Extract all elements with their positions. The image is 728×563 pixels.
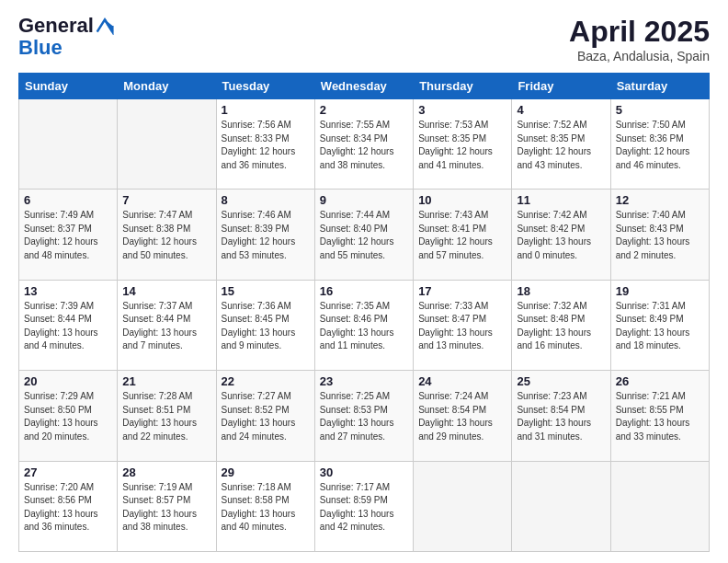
header-wednesday: Wednesday	[314, 74, 413, 99]
cell-info: Sunrise: 7:23 AM Sunset: 8:54 PM Dayligh…	[517, 390, 605, 443]
calendar-week-1: 6Sunrise: 7:49 AM Sunset: 8:37 PM Daylig…	[19, 190, 710, 280]
cell-info: Sunrise: 7:56 AM Sunset: 8:33 PM Dayligh…	[222, 119, 310, 172]
day-number: 5	[616, 103, 704, 117]
calendar-week-0: 1Sunrise: 7:56 AM Sunset: 8:33 PM Daylig…	[19, 99, 710, 190]
calendar-cell	[19, 99, 118, 190]
day-number: 4	[517, 103, 605, 117]
title-block: April 2025 Baza, Andalusia, Spain	[569, 15, 710, 63]
day-number: 14	[122, 284, 210, 298]
day-number: 13	[24, 284, 112, 298]
cell-info: Sunrise: 7:24 AM Sunset: 8:54 PM Dayligh…	[418, 390, 506, 443]
cell-info: Sunrise: 7:27 AM Sunset: 8:52 PM Dayligh…	[222, 390, 310, 443]
calendar-cell: 19Sunrise: 7:31 AM Sunset: 8:49 PM Dayli…	[610, 280, 709, 370]
cell-info: Sunrise: 7:17 AM Sunset: 8:59 PM Dayligh…	[320, 481, 408, 534]
calendar-cell: 30Sunrise: 7:17 AM Sunset: 8:59 PM Dayli…	[314, 461, 413, 551]
calendar-cell	[118, 99, 216, 190]
calendar-cell: 16Sunrise: 7:35 AM Sunset: 8:46 PM Dayli…	[314, 280, 413, 370]
day-number: 6	[24, 193, 112, 207]
calendar-cell: 3Sunrise: 7:53 AM Sunset: 8:35 PM Daylig…	[414, 99, 512, 190]
cell-info: Sunrise: 7:47 AM Sunset: 8:38 PM Dayligh…	[122, 209, 210, 262]
calendar-cell: 11Sunrise: 7:42 AM Sunset: 8:42 PM Dayli…	[512, 190, 610, 280]
calendar-cell	[610, 461, 709, 551]
day-number: 10	[418, 193, 506, 207]
day-number: 3	[418, 103, 506, 117]
calendar-cell: 7Sunrise: 7:47 AM Sunset: 8:38 PM Daylig…	[118, 190, 216, 280]
day-number: 30	[320, 465, 408, 479]
calendar-cell: 1Sunrise: 7:56 AM Sunset: 8:33 PM Daylig…	[216, 99, 314, 190]
month-title: April 2025	[569, 15, 710, 49]
calendar-cell: 28Sunrise: 7:19 AM Sunset: 8:57 PM Dayli…	[118, 461, 216, 551]
cell-info: Sunrise: 7:18 AM Sunset: 8:58 PM Dayligh…	[222, 481, 310, 534]
calendar-cell: 2Sunrise: 7:55 AM Sunset: 8:34 PM Daylig…	[314, 99, 413, 190]
calendar-cell: 4Sunrise: 7:52 AM Sunset: 8:35 PM Daylig…	[512, 99, 610, 190]
calendar-week-4: 27Sunrise: 7:20 AM Sunset: 8:56 PM Dayli…	[19, 461, 710, 551]
day-number: 20	[24, 374, 112, 388]
cell-info: Sunrise: 7:31 AM Sunset: 8:49 PM Dayligh…	[616, 300, 704, 353]
header-friday: Friday	[512, 74, 610, 99]
cell-info: Sunrise: 7:46 AM Sunset: 8:39 PM Dayligh…	[222, 209, 310, 262]
cell-info: Sunrise: 7:50 AM Sunset: 8:36 PM Dayligh…	[616, 119, 704, 172]
logo-general: General	[18, 15, 94, 37]
day-number: 26	[616, 374, 704, 388]
day-number: 27	[24, 465, 112, 479]
header-tuesday: Tuesday	[216, 74, 314, 99]
calendar-cell: 12Sunrise: 7:40 AM Sunset: 8:43 PM Dayli…	[610, 190, 709, 280]
day-number: 22	[222, 374, 310, 388]
location-subtitle: Baza, Andalusia, Spain	[569, 49, 710, 63]
day-number: 25	[517, 374, 605, 388]
cell-info: Sunrise: 7:35 AM Sunset: 8:46 PM Dayligh…	[320, 300, 408, 353]
calendar-cell: 15Sunrise: 7:36 AM Sunset: 8:45 PM Dayli…	[216, 280, 314, 370]
calendar-cell: 17Sunrise: 7:33 AM Sunset: 8:47 PM Dayli…	[414, 280, 512, 370]
cell-info: Sunrise: 7:40 AM Sunset: 8:43 PM Dayligh…	[616, 209, 704, 262]
weekday-header-row: Sunday Monday Tuesday Wednesday Thursday…	[19, 74, 710, 99]
cell-info: Sunrise: 7:49 AM Sunset: 8:37 PM Dayligh…	[24, 209, 112, 262]
day-number: 16	[320, 284, 408, 298]
calendar-cell: 20Sunrise: 7:29 AM Sunset: 8:50 PM Dayli…	[19, 371, 118, 461]
calendar-cell: 23Sunrise: 7:25 AM Sunset: 8:53 PM Dayli…	[314, 371, 413, 461]
calendar-cell: 26Sunrise: 7:21 AM Sunset: 8:55 PM Dayli…	[610, 371, 709, 461]
cell-info: Sunrise: 7:53 AM Sunset: 8:35 PM Dayligh…	[418, 119, 506, 172]
day-number: 19	[616, 284, 704, 298]
cell-info: Sunrise: 7:19 AM Sunset: 8:57 PM Dayligh…	[122, 481, 210, 534]
calendar-cell: 6Sunrise: 7:49 AM Sunset: 8:37 PM Daylig…	[19, 190, 118, 280]
header-monday: Monday	[118, 74, 216, 99]
header-sunday: Sunday	[19, 74, 118, 99]
cell-info: Sunrise: 7:52 AM Sunset: 8:35 PM Dayligh…	[517, 119, 605, 172]
logo-blue: Blue	[18, 36, 63, 59]
calendar-cell: 5Sunrise: 7:50 AM Sunset: 8:36 PM Daylig…	[610, 99, 709, 190]
day-number: 18	[517, 284, 605, 298]
cell-info: Sunrise: 7:42 AM Sunset: 8:42 PM Dayligh…	[517, 209, 605, 262]
day-number: 28	[122, 465, 210, 479]
calendar-cell: 18Sunrise: 7:32 AM Sunset: 8:48 PM Dayli…	[512, 280, 610, 370]
calendar-cell: 9Sunrise: 7:44 AM Sunset: 8:40 PM Daylig…	[314, 190, 413, 280]
cell-info: Sunrise: 7:21 AM Sunset: 8:55 PM Dayligh…	[616, 390, 704, 443]
calendar-cell: 10Sunrise: 7:43 AM Sunset: 8:41 PM Dayli…	[414, 190, 512, 280]
cell-info: Sunrise: 7:33 AM Sunset: 8:47 PM Dayligh…	[418, 300, 506, 353]
cell-info: Sunrise: 7:55 AM Sunset: 8:34 PM Dayligh…	[320, 119, 408, 172]
day-number: 8	[222, 193, 310, 207]
cell-info: Sunrise: 7:44 AM Sunset: 8:40 PM Dayligh…	[320, 209, 408, 262]
cell-info: Sunrise: 7:29 AM Sunset: 8:50 PM Dayligh…	[24, 390, 112, 443]
day-number: 17	[418, 284, 506, 298]
calendar-cell: 21Sunrise: 7:28 AM Sunset: 8:51 PM Dayli…	[118, 371, 216, 461]
day-number: 29	[222, 465, 310, 479]
calendar-week-2: 13Sunrise: 7:39 AM Sunset: 8:44 PM Dayli…	[19, 280, 710, 370]
cell-info: Sunrise: 7:37 AM Sunset: 8:44 PM Dayligh…	[122, 300, 210, 353]
day-number: 2	[320, 103, 408, 117]
calendar-cell: 13Sunrise: 7:39 AM Sunset: 8:44 PM Dayli…	[19, 280, 118, 370]
logo: General Blue	[18, 15, 114, 59]
day-number: 11	[517, 193, 605, 207]
calendar-cell: 27Sunrise: 7:20 AM Sunset: 8:56 PM Dayli…	[19, 461, 118, 551]
cell-info: Sunrise: 7:43 AM Sunset: 8:41 PM Dayligh…	[418, 209, 506, 262]
header-saturday: Saturday	[610, 74, 709, 99]
day-number: 21	[122, 374, 210, 388]
day-number: 7	[122, 193, 210, 207]
calendar-cell: 22Sunrise: 7:27 AM Sunset: 8:52 PM Dayli…	[216, 371, 314, 461]
calendar-cell	[414, 461, 512, 551]
cell-info: Sunrise: 7:20 AM Sunset: 8:56 PM Dayligh…	[24, 481, 112, 534]
day-number: 15	[222, 284, 310, 298]
day-number: 24	[418, 374, 506, 388]
calendar-cell: 25Sunrise: 7:23 AM Sunset: 8:54 PM Dayli…	[512, 371, 610, 461]
calendar-cell: 29Sunrise: 7:18 AM Sunset: 8:58 PM Dayli…	[216, 461, 314, 551]
day-number: 12	[616, 193, 704, 207]
